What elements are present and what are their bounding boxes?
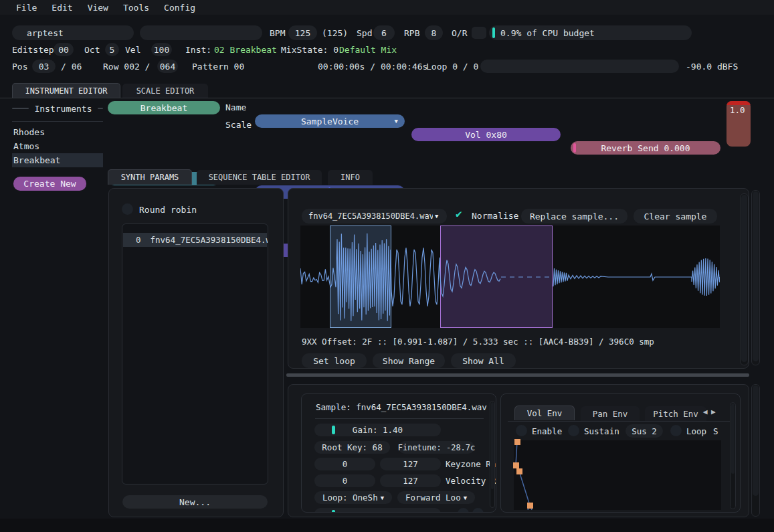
scrollbar-thumb[interactable]	[491, 402, 494, 489]
root-key-field[interactable]: Root Key: 68	[314, 441, 390, 454]
master-gain-slider[interactable]: 1.0	[727, 101, 751, 147]
tab-pan-env[interactable]: Pan Env	[581, 406, 640, 421]
env-sustain-checkbox[interactable]	[568, 425, 579, 436]
sample-editor-scrollbar[interactable]	[740, 193, 749, 365]
pos-value[interactable]: 03	[32, 60, 56, 73]
instrument-list-item-selected[interactable]: Breakbeat	[12, 153, 103, 167]
new-sample-button[interactable]: New...	[122, 495, 268, 509]
rpb-label: RPB	[404, 25, 419, 40]
clipped-slider[interactable]	[314, 508, 441, 513]
vol-slider[interactable]: Vol 0x80	[411, 128, 561, 141]
envelope-point[interactable]	[513, 462, 519, 468]
clear-sample-button[interactable]: Clear sample	[634, 209, 717, 224]
outer-scrollbar-bottom[interactable]	[751, 384, 760, 517]
round-robin-checkbox[interactable]	[122, 203, 133, 215]
menu-config[interactable]: Config	[164, 3, 195, 13]
env-enable-checkbox[interactable]	[516, 425, 527, 436]
chevron-down-icon: ▼	[395, 118, 398, 124]
envelope-scrollbar[interactable]	[730, 402, 736, 509]
round-robin-label: Round robin	[139, 205, 197, 215]
name-label: Name	[225, 102, 246, 112]
gain-slider[interactable]: Gain: 1.40	[314, 424, 441, 436]
envelope-point[interactable]	[527, 503, 533, 509]
envelope-point[interactable]	[514, 439, 520, 445]
sample-file-dropdown[interactable]: fnv64_7EC5A3938150DBE4.wav ▼	[302, 209, 447, 224]
finetune-field[interactable]: Finetune: -28.7c	[399, 441, 474, 454]
scrollbar-thumb[interactable]	[731, 404, 735, 474]
sample-detail-panel: Sample: fnv64_7EC5A3938150DBE4.wav Gain:…	[288, 384, 749, 517]
waveform-display[interactable]	[300, 226, 720, 328]
tab-scroll-left-icon[interactable]: ◀	[703, 408, 708, 416]
show-range-button[interactable]: Show Range	[373, 353, 445, 368]
pattern-label: Pattern 00	[192, 60, 244, 73]
velocity-high-field[interactable]: 127	[380, 474, 441, 487]
playback-progress-bar[interactable]	[480, 60, 679, 73]
env-loop-checkbox[interactable]	[670, 425, 682, 436]
scrollbar-thumb[interactable]	[753, 385, 759, 496]
tab-scale-editor[interactable]: SCALE EDITOR	[122, 84, 208, 98]
create-new-button[interactable]: Create New	[13, 177, 86, 191]
loop-mode-dropdown[interactable]: Loop: OneSh▼	[314, 491, 392, 504]
replace-sample-button[interactable]: Replace sample...	[521, 209, 627, 224]
clipped-round-button[interactable]	[472, 508, 484, 513]
envelope-point[interactable]	[516, 468, 522, 474]
menu-file[interactable]: File	[16, 3, 37, 13]
or-checkbox[interactable]	[472, 27, 486, 39]
bpm-value[interactable]: 125	[288, 25, 317, 40]
sample-listbox[interactable]: 0 fnv64_7EC5A3938150DBE4.wav	[122, 224, 268, 484]
tab-info[interactable]: INFO	[328, 170, 373, 185]
horizontal-splitter[interactable]	[286, 373, 749, 377]
instrument-list-item[interactable]: Atmos	[12, 139, 103, 153]
menu-view[interactable]: View	[88, 3, 108, 13]
row-value[interactable]: 064	[157, 60, 178, 73]
show-all-button[interactable]: Show All	[451, 353, 516, 368]
tab-vol-env[interactable]: Vol Env	[514, 406, 575, 420]
tab-scroll-right-icon[interactable]: ▶	[711, 408, 716, 416]
menu-tools[interactable]: Tools	[123, 3, 149, 13]
normalise-check-icon[interactable]: ✔	[456, 207, 462, 220]
env-sus2-button[interactable]: Sus 2	[625, 424, 663, 438]
time-display: 00:00:00s / 00:00:46s	[318, 60, 427, 73]
sample-list-row-selected[interactable]: 0 fnv64_7EC5A3938150DBE4.wav	[123, 233, 267, 247]
transport-row-3: Pos 03 / 06 Row 002 / 064 Pattern 00 00:…	[0, 60, 774, 73]
keyzone-low-field[interactable]: 0	[314, 458, 375, 470]
instrument-list-item[interactable]: Rhodes	[12, 125, 103, 139]
tracker-window: File Edit View Tools Config arptest BPM …	[0, 0, 774, 532]
oct-label: Oct	[84, 43, 100, 56]
inst-value: 02 Breakbeat	[214, 43, 277, 56]
sample-params-card: Sample: fnv64_7EC5A3938150DBE4.wav Gain:…	[301, 393, 496, 513]
row-label: Row 002 /	[103, 60, 150, 73]
tab-sequence-table-editor[interactable]: SEQUENCE TABLE EDITOR	[197, 170, 322, 185]
reverb-send-slider[interactable]: Reverb Send 0.000	[571, 141, 720, 155]
spd-value[interactable]: 6	[373, 25, 395, 40]
editstep-value[interactable]: 00	[54, 43, 74, 56]
bpm-real: (125)	[322, 25, 348, 40]
oct-value[interactable]: 5	[105, 43, 119, 56]
menu-edit[interactable]: Edit	[52, 3, 72, 13]
sample-params-scrollbar[interactable]	[490, 401, 495, 508]
keyzone-high-field[interactable]: 127	[380, 458, 441, 470]
envelope-canvas[interactable]	[514, 440, 721, 510]
tab-synth-params[interactable]: SYNTH PARAMS	[108, 169, 192, 185]
song-subtitle-input[interactable]	[140, 25, 262, 40]
velocity-low-field[interactable]: 0	[314, 474, 375, 487]
rpb-value[interactable]: 8	[425, 25, 443, 40]
clipped-round-button[interactable]	[458, 508, 469, 513]
sample-title-separator	[315, 418, 484, 419]
loop-direction-dropdown[interactable]: Forward Loo▼	[397, 491, 475, 504]
instrument-name-button[interactable]: Breakbeat	[108, 101, 220, 114]
scrollbar-thumb[interactable]	[753, 191, 759, 361]
scrollbar-thumb[interactable]	[741, 195, 747, 362]
envelope-card: Vol Env Pan Env Pitch Env ◀ ▶ Enable Sus…	[500, 393, 741, 513]
vel-value[interactable]: 100	[151, 43, 172, 56]
song-name-input[interactable]: arptest	[12, 25, 134, 40]
outer-scrollbar-top[interactable]	[751, 190, 760, 365]
voice-type-dropdown[interactable]: SampleVoice▼	[255, 114, 405, 128]
set-loop-button[interactable]: Set loop	[302, 353, 367, 368]
vel-label: Vel	[125, 43, 140, 56]
pos-label: Pos	[12, 60, 27, 73]
inst-label: Inst:	[185, 43, 211, 56]
sample-editor-panel: fnv64_7EC5A3938150DBE4.wav ▼ ✔ Normalise…	[288, 188, 749, 369]
tab-instrument-editor[interactable]: INSTRUMENT EDITOR	[12, 83, 120, 98]
tab-pitch-env[interactable]: Pitch Env	[645, 406, 706, 421]
